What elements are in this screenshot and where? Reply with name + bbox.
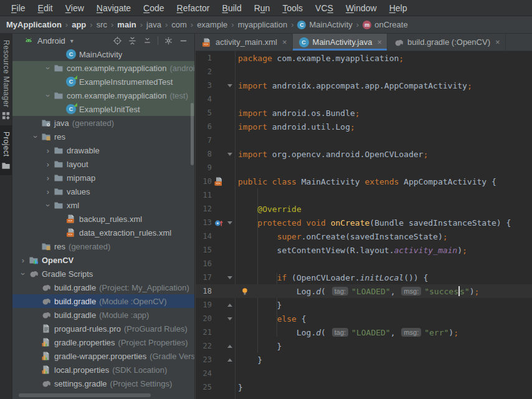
tree-item-layout[interactable]: ›layout [12,157,194,171]
tree-item-mainactivity[interactable]: CMainActivity [12,47,194,61]
tree-item-gradle-scripts[interactable]: ›Gradle Scripts [12,267,194,281]
line-number[interactable]: 11 [196,191,212,200]
line-number[interactable]: 7 [196,136,212,145]
line-number[interactable]: 18 [196,287,212,296]
line-number[interactable]: 20 [196,314,212,323]
code-line-2[interactable]: 2 [196,65,532,79]
tree-item-values[interactable]: ›values [12,185,194,198]
tree-item-res[interactable]: res(generated) [12,239,194,253]
tree-item-com-example-myapplication[interactable]: ›com.example.myapplication(androidTest) [12,61,194,75]
chevron-right-icon[interactable]: › [42,173,54,183]
editor-tab-mainactivity-java[interactable]: CMainActivity.java× [293,34,387,50]
tree-item-build-gradle[interactable]: build.gradle(Project: My_Application) [12,281,194,294]
line-number[interactable]: 14 [196,232,212,241]
tree-item-backup-rules-xml[interactable]: <>backup_rules.xml [12,212,194,226]
code-line-23[interactable]: 23 } [196,353,532,367]
chevron-right-icon[interactable]: › [42,146,54,155]
code-line-6[interactable]: 6import android.util.Log; [196,120,532,133]
breadcrumb-item-myapplication[interactable]: MyApplication [6,20,62,29]
code-line-8[interactable]: 8import org.opencv.android.OpenCVLoader; [196,147,532,161]
line-number[interactable]: 3 [196,81,212,90]
line-number[interactable]: 23 [196,355,212,364]
fold-start-icon[interactable] [225,84,235,87]
line-number[interactable]: 13 [196,218,212,227]
menu-build[interactable]: Build [216,0,248,16]
code-line-7[interactable]: 7 [196,133,532,147]
tree-item-proguard-rules-pro[interactable]: proguard-rules.pro(ProGuard Rules) [12,322,194,335]
tree-item-exampleinstrumentedtest[interactable]: CExampleInstrumentedTest [12,75,194,89]
menu-refactor[interactable]: Refactor [171,0,216,16]
fold-end-icon[interactable] [225,304,235,307]
code-line-22[interactable]: 22 } [196,339,532,353]
line-number[interactable]: 4 [196,95,212,103]
line-number[interactable]: 25 [196,383,212,392]
tree-item-gradle-wrapper-properties[interactable]: gradle-wrapper.properties(Gradle Version… [12,349,194,363]
tool-tab-resource-manager[interactable]: Resource Manager [0,34,12,125]
code-line-1[interactable]: 1package com.example.myapplication; [196,51,532,65]
settings-icon[interactable] [164,36,173,46]
tree-item-mipmap[interactable]: ›mipmap [12,171,194,185]
fold-start-icon[interactable] [225,317,235,320]
menu-view[interactable]: View [59,0,90,16]
line-number[interactable]: 5 [196,108,212,117]
chevron-down-icon[interactable]: › [42,91,54,100]
code-line-21[interactable]: 21 Log.d( tag:"LOADED", msg:"err"); [196,325,532,339]
tree-item-java[interactable]: java(generated) [12,116,194,130]
tree-item-exampleunittest[interactable]: CExampleUnitTest [12,102,194,116]
line-number[interactable]: 15 [196,246,212,254]
code-line-19[interactable]: 19 } [196,298,532,312]
tree-vertical-scrollbar[interactable] [191,103,194,165]
code-line-13[interactable]: 13 protected void onCreate(Bundle savedI… [196,216,532,229]
line-number[interactable]: 10 [196,177,212,186]
code-line-18[interactable]: 18 Log.d( tag:"LOADED", msg:"success"); [196,284,532,298]
close-icon[interactable]: × [377,37,382,47]
breadcrumb-item-main[interactable]: main [117,20,136,29]
hide-window-icon[interactable] [179,36,188,46]
line-number[interactable]: 24 [196,369,212,378]
breadcrumb-item-mainactivity[interactable]: CMainActivity [297,20,352,29]
chevron-down-icon[interactable]: › [42,64,54,73]
fold-start-icon[interactable] [225,276,235,279]
tree-item-drawable[interactable]: ›drawable [12,143,194,157]
line-number[interactable]: 2 [196,67,212,76]
chevron-down-icon[interactable]: ▾ [70,37,74,44]
code-line-16[interactable]: 16 [196,257,532,271]
expand-collapse-icon[interactable] [143,36,152,46]
code-line-9[interactable]: 9 [196,161,532,175]
tree-horizontal-scrollbar[interactable] [19,393,151,397]
breadcrumb-item-oncreate[interactable]: monCreate [363,20,407,29]
menu-file[interactable]: File [5,0,32,16]
tree-item-xml[interactable]: ›xml [12,198,194,212]
tree-item-build-gradle[interactable]: build.gradle(Module :app) [12,308,194,322]
menu-help[interactable]: Help [383,0,414,16]
line-number[interactable]: 19 [196,300,212,309]
tree-item-res[interactable]: ›res [12,130,194,143]
xml-file-gutter-icon[interactable]: <> [214,176,224,186]
lightbulb-icon[interactable] [240,287,249,296]
line-number[interactable]: 9 [196,163,212,172]
menu-vcs[interactable]: VCS [309,0,340,16]
line-number[interactable]: 17 [196,273,212,282]
line-number[interactable]: 22 [196,342,212,350]
line-number[interactable]: 8 [196,150,212,158]
editor-tab-build-gradle-opencv-[interactable]: build.gradle (:OpenCV)× [387,34,506,50]
tree-item-gradle-properties[interactable]: gradle.properties(Project Properties) [12,335,194,349]
code-line-3[interactable]: 3import androidx.appcompat.app.AppCompat… [196,79,532,92]
fold-start-icon[interactable] [225,153,235,156]
tree-item-com-example-myapplication[interactable]: ›com.example.myapplication(test) [12,89,194,102]
breadcrumb-item-myapplication[interactable]: myapplication [238,20,288,29]
menu-code[interactable]: Code [137,0,170,16]
collapse-all-icon[interactable] [128,36,137,46]
code-line-14[interactable]: 14 super.onCreate(savedInstanceState); [196,229,532,243]
code-line-12[interactable]: 12 @Override [196,202,532,216]
menu-run[interactable]: Run [248,0,277,16]
code-area[interactable]: 1package com.example.myapplication;23imp… [196,51,532,399]
project-view-selector[interactable]: Android [37,36,65,46]
line-number[interactable]: 12 [196,204,212,213]
code-line-24[interactable]: 24 [196,367,532,380]
code-line-5[interactable]: 5import android.os.Bundle; [196,106,532,120]
tree-item-settings-gradle[interactable]: settings.gradle(Project Settings) [12,377,194,390]
menu-window[interactable]: Window [340,0,383,16]
breadcrumb-item-app[interactable]: app [72,20,86,29]
breadcrumb-item-java[interactable]: java [146,20,161,29]
